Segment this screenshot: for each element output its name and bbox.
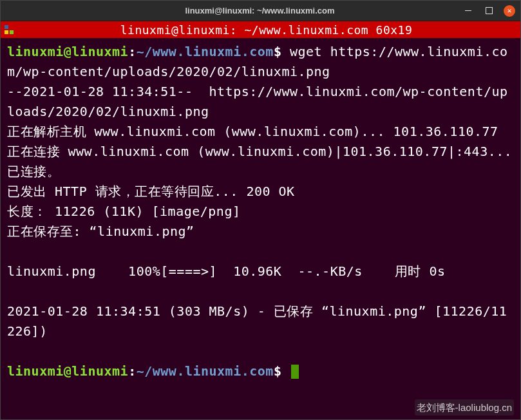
maximize-button[interactable]	[483, 5, 495, 17]
output-line: 2021-01-28 11:34:51 (303 MB/s) - 已保存 “li…	[7, 301, 514, 341]
terminal-cursor	[291, 365, 299, 379]
output-line: 正在连接 www.linuxmi.com (www.linuxmi.com)|1…	[7, 142, 514, 182]
app-icon	[3, 24, 15, 35]
progress-line: linuxmi.png 100%[====>] 10.96K --.-KB/s …	[7, 262, 514, 282]
prompt-dollar: $	[274, 44, 282, 59]
output-line	[7, 282, 514, 301]
watermark-text: 老刘博客-laoliublog.cn	[415, 399, 514, 415]
prompt-path: ~/www.linuxmi.com	[137, 363, 274, 379]
window-titlebar[interactable]: linuxmi@linuxmi: ~/www.linuxmi.com	[1, 1, 520, 21]
prompt-path: ~/www.linuxmi.com	[137, 44, 274, 59]
prompt-user: linuxmi@linuxmi	[7, 44, 128, 59]
output-line: 长度： 11226 (11K) [image/png]	[7, 202, 514, 222]
prompt-colon: :	[128, 44, 137, 59]
window-controls	[462, 5, 515, 17]
svg-rect-1	[10, 25, 14, 29]
terminal-header-title: linuxmi@linuxmi: ~/www.linuxmi.com 60x19	[15, 23, 518, 37]
terminal-window: linuxmi@linuxmi: ~/www.linuxmi.com linux…	[0, 0, 521, 420]
close-button[interactable]	[504, 5, 515, 17]
output-line	[7, 242, 514, 262]
svg-rect-2	[5, 30, 8, 34]
output-line: --2021-01-28 11:34:51-- https://www.linu…	[7, 82, 514, 122]
prompt-colon: :	[128, 363, 137, 379]
prompt-dollar: $	[274, 363, 282, 379]
svg-rect-0	[5, 25, 8, 29]
window-title: linuxmi@linuxmi: ~/www.linuxmi.com	[57, 6, 462, 15]
terminal-header-bar: linuxmi@linuxmi: ~/www.linuxmi.com 60x19	[1, 21, 520, 38]
svg-rect-3	[10, 30, 14, 34]
prompt-line-2: linuxmi@linuxmi:~/www.linuxmi.com$	[7, 361, 514, 381]
terminal-output[interactable]: linuxmi@linuxmi:~/www.linuxmi.com$ wget …	[1, 38, 520, 419]
output-line: 正在解析主机 www.linuxmi.com (www.linuxmi.com)…	[7, 122, 514, 142]
output-line: 正在保存至: “linuxmi.png”	[7, 222, 514, 242]
output-line	[7, 341, 514, 361]
cursor-spacer	[281, 363, 290, 379]
minimize-button[interactable]	[462, 5, 474, 17]
prompt-user: linuxmi@linuxmi	[7, 363, 128, 379]
output-line: 已发出 HTTP 请求，正在等待回应... 200 OK	[7, 182, 514, 202]
prompt-line-1: linuxmi@linuxmi:~/www.linuxmi.com$ wget …	[7, 42, 514, 82]
